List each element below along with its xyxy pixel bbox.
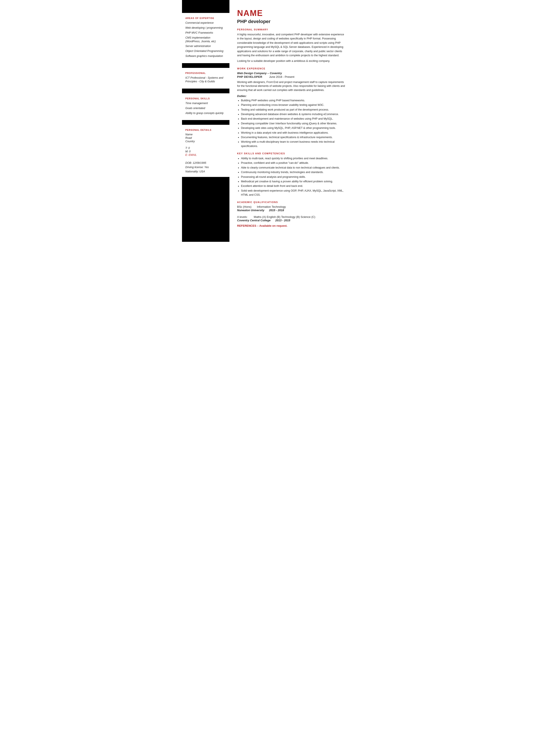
sidebar-item: Software graphics manipulation <box>185 54 226 58</box>
alevel-school: Coventry Central College <box>237 219 270 222</box>
skill-item: Excellent attention to detail both front… <box>241 184 346 188</box>
duty-item: Developing compatible User Interface fun… <box>241 122 346 126</box>
detail-name: Name <box>185 133 226 136</box>
detail-driving: Driving license: Yes <box>185 166 226 169</box>
detail-nationality: Nationality: USA <box>185 170 226 173</box>
duty-item: Documenting features, technical specific… <box>241 135 346 139</box>
alevel-row: A levels: Maths (A) English (B) Technolo… <box>237 215 346 222</box>
degree-school: Nuneaton University <box>237 209 265 212</box>
skill-item: Possessing all-round analysis and progra… <box>241 175 346 179</box>
duty-item: Developing advanced database driven webs… <box>241 112 346 116</box>
sidebar-item: Object Orientated Programming <box>185 49 226 53</box>
skill-item: Continuously monitoring industry trends,… <box>241 170 346 174</box>
detail-email: E: EMAIL <box>185 153 226 156</box>
skill-item: Able to clearly communicate technical da… <box>241 166 346 170</box>
degree-years: 2015 - 2018 <box>269 209 284 212</box>
sidebar-item: CMS implementation (WordPress, Joomla, e… <box>185 36 226 43</box>
role-date: June 2018 - Present <box>269 75 294 78</box>
resume-page: Areas of Expertise Commercial experience… <box>182 0 353 242</box>
skill-item: Time management <box>185 101 226 105</box>
alevel-line: A levels: Maths (A) English (B) Technolo… <box>237 215 346 219</box>
duty-item: Planning and conducting cross-browser us… <box>241 103 346 107</box>
professional-item: ICT Professional - Systems and Principle… <box>185 76 226 83</box>
duty-item: Building PHP websites using PHP based fr… <box>241 98 346 103</box>
degree-school-line: Nuneaton University 2015 - 2018 <box>237 209 346 212</box>
sidebar-item: PHP MVC Frameworks <box>185 31 226 35</box>
references-text: – Available on request. <box>257 224 288 228</box>
personal-summary-heading: Personal Summary <box>237 28 346 31</box>
alevel-subjects: Maths (A) English (B) Technology (B) Sci… <box>254 215 315 219</box>
skill-item: Ability to multi-task, react quickly to … <box>241 156 346 161</box>
references-title: REFERENCES <box>237 224 256 228</box>
skill-item: Ability to grasp concepts quickly <box>185 111 226 115</box>
duty-item: Developing web sites using MySQL, PHP, A… <box>241 126 346 130</box>
detail-road: Road <box>185 136 226 139</box>
role-line: PHP DEVELOPER June 2018 - Present <box>237 75 346 78</box>
professional-section: Professional ICT Professional - Systems … <box>182 68 229 89</box>
duties-label: Duties: <box>237 94 346 97</box>
sidebar-bottom-bar <box>182 177 229 242</box>
alevel-label: A levels: <box>237 215 247 219</box>
key-skills-list: Ability to multi-task, react quickly to … <box>237 156 346 197</box>
sidebar-divider-2 <box>182 89 229 93</box>
role-title: PHP DEVELOPER <box>237 75 263 78</box>
degree-type: BSc (Hons) <box>237 205 251 208</box>
duty-item: Working with a multi-disciplinary team t… <box>241 140 346 148</box>
skill-item: Proactive, confident and with a positive… <box>241 161 346 165</box>
work-description: Working with designers, Front End and pr… <box>237 80 346 92</box>
sidebar-item: Server administration <box>185 44 226 48</box>
areas-of-expertise-section: Areas of Expertise Commercial experience… <box>182 13 229 63</box>
detail-mobile: M: 0 <box>185 150 226 153</box>
company-name: Web Design Company – Coventry <box>237 71 346 75</box>
job-title: PHP developer <box>237 19 346 24</box>
sidebar: Areas of Expertise Commercial experience… <box>182 0 229 242</box>
sidebar-item: Commercial experience <box>185 21 226 25</box>
summary-paragraph-1: A highly resourceful, innovative, and co… <box>237 33 346 58</box>
academic-heading: Academic Qualifications <box>237 201 346 203</box>
work-experience-heading: Work Experience <box>237 67 346 70</box>
duties-list: Building PHP websites using PHP based fr… <box>237 98 346 148</box>
detail-telephone: T: 0 <box>185 147 226 149</box>
personal-details-section: Personal Details Name Road Country T: 0 … <box>182 125 229 177</box>
sidebar-divider-1 <box>182 63 229 68</box>
alevel-years: 2013 - 2015 <box>275 219 290 222</box>
summary-paragraph-2: Looking for a suitable developer positio… <box>237 59 346 63</box>
degree-line: BSc (Hons) Information Technology <box>237 205 346 208</box>
duty-item: Testing and validating work produced as … <box>241 108 346 112</box>
skill-item: Goals orientated <box>185 106 226 110</box>
personal-skills-title: Personal Skills <box>185 97 226 100</box>
duty-item: Working in a data analyst role and with … <box>241 131 346 135</box>
candidate-name: NAME <box>237 9 346 18</box>
personal-details-title: Personal Details <box>185 129 226 131</box>
detail-dob: DOB: 12/09/1995 <box>185 161 226 164</box>
duty-item: Back end development and maintenance of … <box>241 117 346 121</box>
degree-subject: Information Technology <box>257 205 286 208</box>
degree-row: BSc (Hons) Information Technology Nuneat… <box>237 205 346 212</box>
key-skills-heading: Key Skills and Competencies <box>237 152 346 155</box>
sidebar-divider-3 <box>182 120 229 125</box>
detail-country: Country <box>185 140 226 143</box>
sidebar-item: Web developing / programming <box>185 26 226 30</box>
skill-item: Solid web development experience using O… <box>241 189 346 197</box>
alevel-school-line: Coventry Central College 2013 - 2015 <box>237 219 346 222</box>
professional-title: Professional <box>185 72 226 74</box>
areas-title: Areas of Expertise <box>185 17 226 19</box>
sidebar-top-bar <box>182 0 229 13</box>
main-content: NAME PHP developer Personal Summary A hi… <box>229 0 353 242</box>
skill-item: Methodical yet creative & having a prove… <box>241 179 346 184</box>
personal-skills-section: Personal Skills Time management Goals or… <box>182 93 229 120</box>
references-line: REFERENCES – Available on request. <box>237 224 346 228</box>
